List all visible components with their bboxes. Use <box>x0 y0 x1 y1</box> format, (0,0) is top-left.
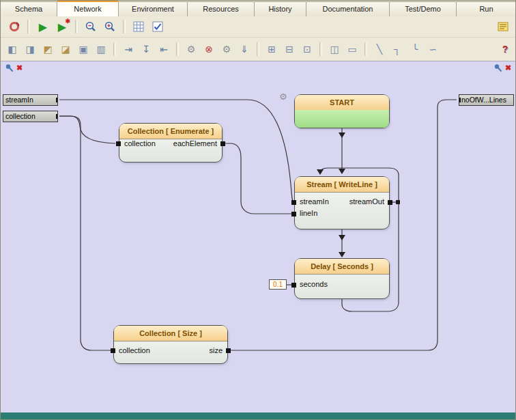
tab-environment[interactable]: Environment <box>118 1 188 16</box>
port-connector[interactable] <box>291 200 296 205</box>
node-collection-size[interactable]: Collection [ Size ] collection size <box>113 325 228 364</box>
node-title: Delay [ Seconds ] <box>295 259 389 275</box>
tab-resources[interactable]: Resources <box>187 1 255 16</box>
edit-toolbar: ◧ ◨ ◩ ◪ ▣ ▥ ⇥ ↧ ⇤ ⚙ ⊗ ⚙ ⇓ ⊞ ⊟ ⊡ ◫ ▭ ╲ ┐ … <box>1 38 516 61</box>
network-canvas[interactable]: ✖ ✖ streamIn collection noOfW...Lines ⚙ … <box>1 61 516 412</box>
node-title: Collection [ Size ] <box>114 326 227 341</box>
tab-test-demo[interactable]: Test/Demo <box>389 1 457 16</box>
log-icon[interactable] <box>493 17 513 36</box>
port-label-eachelement: eachElement <box>173 139 217 148</box>
stop-icon[interactable] <box>5 17 24 36</box>
link-style-orthogonal-icon[interactable]: ┐ <box>388 40 406 58</box>
port-label-streamout: streamOut <box>349 197 384 206</box>
tab-history[interactable]: History <box>254 1 306 16</box>
toolbar-separator <box>257 42 259 56</box>
status-bar <box>1 412 516 420</box>
toolbar-separator <box>364 42 367 56</box>
configure-node-icon[interactable]: ⚙ <box>182 40 200 58</box>
zoom-out-icon[interactable] <box>81 17 100 36</box>
port-label-collection: collection <box>124 139 156 148</box>
fit-content-icon[interactable]: ⊡ <box>298 40 316 58</box>
debug-badge-glyph: ✱ <box>65 18 70 25</box>
port-connector[interactable] <box>56 98 58 102</box>
start-node-body <box>295 110 389 128</box>
grid-glyph <box>133 21 144 32</box>
toolbar-separator <box>319 42 322 56</box>
link-style-straight-icon[interactable]: ╲ <box>371 40 388 58</box>
network-input-collection[interactable]: collection <box>3 111 58 122</box>
port-connector[interactable] <box>459 98 461 102</box>
tab-run[interactable]: Run <box>456 1 516 16</box>
align-right-icon[interactable]: ◨ <box>21 40 39 58</box>
tab-schema[interactable]: Schema <box>0 1 57 16</box>
port-label-size: size <box>209 346 223 354</box>
node-title: Collection [ Enumerate ] <box>119 124 222 139</box>
port-label-streamin: streamIn <box>300 197 329 206</box>
tab-network[interactable]: Network <box>57 1 119 16</box>
stop-glyph <box>8 20 20 33</box>
toolbar-separator <box>75 20 78 33</box>
network-editor-window: Schema Network Environment Resources His… <box>0 0 516 420</box>
align-left-icon[interactable]: ◧ <box>3 40 21 58</box>
node-start[interactable]: START <box>294 94 390 128</box>
network-output-nooflines[interactable]: noOfW...Lines <box>459 94 514 106</box>
link-style-curved-icon[interactable]: ∽ <box>424 40 442 58</box>
node-title: START <box>295 95 389 111</box>
distribute-icon[interactable]: ▥ <box>92 40 110 58</box>
port-connector[interactable] <box>291 283 296 288</box>
port-connector[interactable] <box>56 114 58 119</box>
grid-icon[interactable] <box>129 17 148 36</box>
input-label: collection <box>5 112 35 120</box>
toolbar-separator <box>27 20 30 33</box>
literal-value-box[interactable]: 0.1 <box>269 279 287 290</box>
add-input-port-icon[interactable]: ⇥ <box>119 40 137 58</box>
port-label-linein: lineIn <box>300 209 317 217</box>
port-label-collection: collection <box>119 346 150 354</box>
zoom-in-glyph <box>104 20 116 33</box>
align-top-icon[interactable]: ◩ <box>39 40 57 58</box>
pushpin-glyph <box>493 64 503 73</box>
apply-config-icon[interactable]: ⇓ <box>235 40 253 58</box>
link-style-rounded-icon[interactable]: ╰ <box>406 40 424 58</box>
debug-run-icon[interactable]: ▶ ✱ <box>53 17 72 36</box>
port-connector[interactable] <box>291 212 296 216</box>
collapse-node-icon[interactable]: ⊟ <box>281 40 298 58</box>
delete-config-icon[interactable]: ⊗ <box>200 40 218 58</box>
expand-node-icon[interactable]: ⊞ <box>263 40 281 58</box>
pin-right-icon[interactable] <box>493 64 503 76</box>
node-stream-writeline[interactable]: Stream [ WriteLine ] streamIn streamOut … <box>294 176 390 229</box>
port-connector[interactable] <box>116 141 121 146</box>
port-connector[interactable] <box>220 141 225 146</box>
swap-ports-icon[interactable]: ◫ <box>326 40 343 58</box>
node-collection-enumerate[interactable]: Collection [ Enumerate ] collection each… <box>119 123 223 163</box>
close-left-icon[interactable]: ✖ <box>16 64 23 72</box>
connection-edges <box>1 61 516 412</box>
pin-left-icon[interactable] <box>5 64 14 76</box>
tab-bar: Schema Network Environment Resources His… <box>1 1 516 16</box>
import-value-icon[interactable]: ↧ <box>137 40 155 58</box>
snap-check-glyph <box>152 21 163 32</box>
output-label: noOfW...Lines <box>461 96 506 104</box>
close-right-icon[interactable]: ✖ <box>505 64 511 72</box>
node-delay-seconds[interactable]: Delay [ Seconds ] seconds <box>294 258 390 299</box>
log-glyph <box>498 21 508 32</box>
zoom-in-icon[interactable] <box>100 17 119 36</box>
port-connector[interactable] <box>111 348 115 353</box>
remove-port-icon[interactable]: ⇤ <box>155 40 173 58</box>
align-bottom-icon[interactable]: ◪ <box>57 40 74 58</box>
port-connector[interactable] <box>388 200 392 205</box>
pushpin-glyph <box>5 64 14 73</box>
align-center-icon[interactable]: ▣ <box>74 40 92 58</box>
port-connector[interactable] <box>226 348 231 353</box>
toolbar-separator <box>176 42 179 56</box>
snap-to-grid-icon[interactable] <box>148 17 167 36</box>
node-title: Stream [ WriteLine ] <box>295 177 389 193</box>
network-input-streamin[interactable]: streamIn <box>3 94 58 106</box>
resize-node-icon[interactable]: ▭ <box>343 40 361 58</box>
run-icon[interactable]: ▶ <box>33 17 53 36</box>
reload-config-icon[interactable]: ⚙ <box>218 40 235 58</box>
gear-icon[interactable]: ⚙ <box>279 92 287 102</box>
tab-documentation[interactable]: Documentation <box>306 1 390 16</box>
help-icon[interactable]: ? <box>496 40 514 58</box>
main-toolbar: ▶ ▶ ✱ <box>1 16 516 38</box>
